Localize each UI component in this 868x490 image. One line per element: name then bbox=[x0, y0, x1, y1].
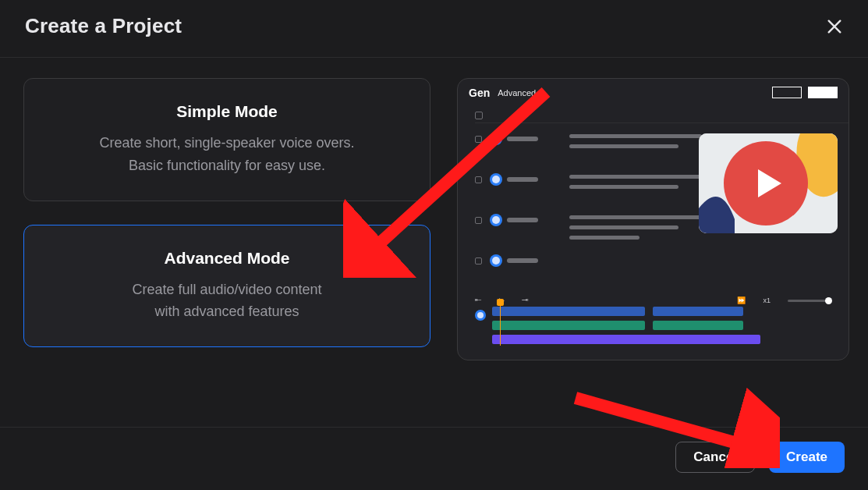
mode-description: Create full audio/video content with adv… bbox=[57, 279, 397, 324]
timeline-clip bbox=[653, 321, 743, 330]
avatar-icon bbox=[475, 310, 486, 321]
preview-brand: Gen bbox=[469, 87, 490, 99]
timeline-clip bbox=[492, 307, 645, 316]
avatar-icon bbox=[490, 254, 502, 267]
placeholder-bar bbox=[569, 144, 678, 148]
mode-options: Simple Mode Create short, single-speaker… bbox=[23, 78, 430, 360]
preview-column: Gen Advanced bbox=[457, 78, 849, 360]
checkbox-icon bbox=[475, 217, 482, 224]
checkbox-icon bbox=[475, 136, 482, 143]
placeholder-bar bbox=[569, 175, 702, 179]
preview-top-actions bbox=[772, 87, 838, 98]
mode-option-simple[interactable]: Simple Mode Create short, single-speaker… bbox=[23, 78, 430, 201]
modal-header: Create a Project bbox=[0, 0, 868, 58]
timeline-clip bbox=[653, 307, 743, 316]
mode-description: Create short, single-speaker voice overs… bbox=[57, 132, 397, 177]
preview-video-thumbnail bbox=[699, 133, 838, 233]
avatar-icon bbox=[490, 173, 502, 186]
modal-title: Create a Project bbox=[25, 14, 182, 38]
timeline-clip bbox=[492, 335, 760, 344]
close-button[interactable] bbox=[826, 18, 843, 35]
create-button[interactable]: Create bbox=[769, 442, 845, 473]
skip-back-icon: ⭰ bbox=[475, 296, 482, 304]
preview-action-filled bbox=[808, 87, 838, 98]
fast-forward-icon: ⏩ bbox=[737, 296, 746, 304]
checkbox-icon bbox=[475, 176, 482, 183]
avatar-icon bbox=[490, 214, 502, 226]
preview-transport-bar: ⭰ ▶ ⭲ ⏩ x1 bbox=[475, 294, 831, 307]
cancel-button[interactable]: Cancel bbox=[675, 442, 755, 473]
placeholder-bar bbox=[569, 215, 702, 219]
mode-title: Simple Mode bbox=[57, 102, 397, 121]
create-project-modal: Create a Project Simple Mode Create shor… bbox=[0, 0, 868, 490]
preview-action-outline bbox=[772, 87, 802, 98]
checkbox-icon bbox=[475, 257, 482, 265]
preview-list-header bbox=[475, 110, 849, 123]
zoom-slider bbox=[788, 300, 831, 302]
placeholder-bar bbox=[569, 225, 678, 229]
checkbox-icon bbox=[475, 112, 483, 119]
modal-body: Simple Mode Create short, single-speaker… bbox=[0, 58, 868, 365]
timeline-clip bbox=[492, 321, 645, 330]
playback-speed: x1 bbox=[763, 296, 771, 304]
skip-forward-icon: ⭲ bbox=[522, 296, 529, 304]
modal-footer: Cancel Create bbox=[0, 427, 868, 490]
avatar-icon bbox=[490, 133, 502, 145]
placeholder-bar bbox=[569, 236, 639, 240]
playhead-icon bbox=[500, 304, 501, 346]
mode-option-advanced[interactable]: Advanced Mode Create full audio/video co… bbox=[23, 225, 430, 348]
preview-list-row bbox=[475, 253, 849, 293]
video-thumbnail-icon bbox=[699, 133, 838, 233]
placeholder-bar bbox=[507, 258, 538, 263]
close-icon bbox=[826, 18, 843, 35]
placeholder-bar bbox=[507, 218, 538, 222]
placeholder-bar bbox=[569, 185, 678, 189]
preview-mode-label: Advanced bbox=[498, 88, 536, 98]
placeholder-bar bbox=[507, 137, 538, 141]
placeholder-bar bbox=[569, 134, 702, 138]
mode-title: Advanced Mode bbox=[57, 249, 397, 268]
placeholder-bar bbox=[507, 177, 538, 182]
advanced-mode-preview: Gen Advanced bbox=[457, 78, 849, 360]
